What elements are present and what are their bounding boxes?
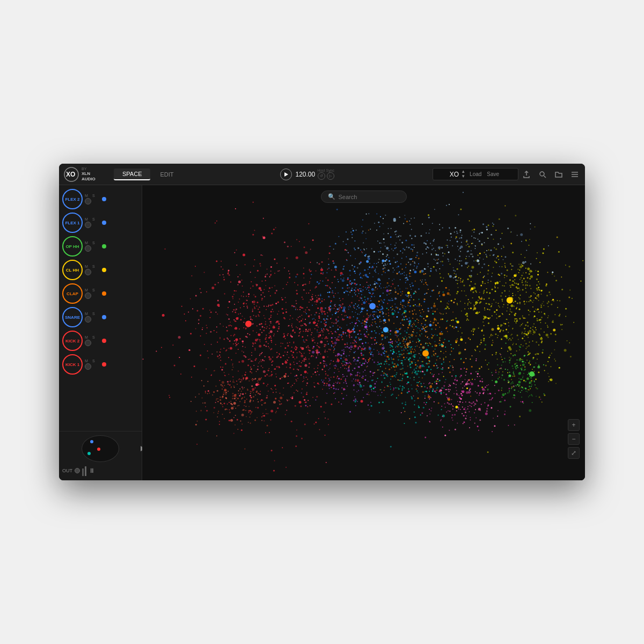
ms-row: M S bbox=[85, 359, 99, 363]
folder-icon[interactable] bbox=[553, 169, 565, 180]
mute-button[interactable]: M bbox=[85, 217, 91, 221]
solo-button[interactable]: S bbox=[92, 265, 99, 268]
logo-area: XO BY XLN AUDIO bbox=[63, 166, 112, 182]
vol-row bbox=[85, 269, 99, 275]
svg-line-4 bbox=[544, 175, 546, 178]
by-xln: BY XLN AUDIO bbox=[82, 167, 96, 182]
solo-button[interactable]: S bbox=[92, 359, 99, 363]
solo-button[interactable]: S bbox=[92, 241, 99, 245]
ms-row: M S bbox=[85, 194, 99, 197]
zoom-in-button[interactable]: + bbox=[568, 419, 580, 431]
channel-button[interactable]: KICK 1 bbox=[62, 354, 83, 375]
ms-row: M S bbox=[85, 241, 99, 245]
ms-row: M S bbox=[85, 265, 99, 268]
out-knob[interactable] bbox=[75, 468, 80, 473]
vol-row bbox=[85, 222, 99, 228]
preset-up[interactable]: ▲ bbox=[461, 170, 465, 174]
preset-arrows: ▲ ▼ bbox=[461, 170, 465, 179]
vu-bars bbox=[82, 465, 86, 476]
channel-controls: M S bbox=[85, 265, 99, 275]
mute-button[interactable]: M bbox=[85, 335, 91, 339]
channel-row: SNARE M S bbox=[59, 305, 142, 329]
load-button[interactable]: Load bbox=[467, 170, 484, 178]
svg-text:XO: XO bbox=[66, 171, 75, 178]
channel-dot bbox=[102, 197, 106, 201]
solo-button[interactable]: S bbox=[92, 194, 99, 197]
channel-dot bbox=[102, 221, 106, 225]
channel-row: FLEX 1 M S bbox=[59, 211, 142, 235]
tab-space[interactable]: SPACE bbox=[114, 169, 150, 180]
vol-knob[interactable] bbox=[85, 316, 91, 323]
channel-button[interactable]: SNARE bbox=[62, 307, 83, 327]
mute-button[interactable]: M bbox=[85, 265, 91, 268]
nav-tabs: SPACE EDIT bbox=[114, 169, 182, 180]
main-content: FLEX 2 M S FLEX 1 M S bbox=[59, 185, 585, 480]
xo-logo: XO bbox=[63, 166, 79, 182]
play-button[interactable] bbox=[280, 169, 292, 180]
solo-button[interactable]: S bbox=[92, 312, 99, 316]
mute-button[interactable]: M bbox=[85, 241, 91, 245]
channel-row: KICK 1 M S bbox=[59, 353, 142, 376]
channel-dot bbox=[102, 291, 106, 296]
channel-controls: M S bbox=[85, 288, 99, 299]
sync-play-icon[interactable]: ▷ bbox=[327, 172, 334, 180]
zoom-controls: + − ⤢ bbox=[568, 419, 580, 459]
channel-dot bbox=[102, 268, 106, 272]
solo-button[interactable]: S bbox=[92, 288, 99, 292]
channel-dot bbox=[102, 315, 106, 319]
search-icon[interactable] bbox=[537, 169, 548, 180]
mute-button[interactable]: M bbox=[85, 312, 91, 316]
channel-button[interactable]: CL HH bbox=[62, 260, 83, 280]
vol-knob[interactable] bbox=[85, 222, 91, 228]
preset-name: XO bbox=[450, 171, 459, 178]
particle-canvas bbox=[142, 185, 585, 480]
mute-button[interactable]: M bbox=[85, 359, 91, 363]
seq-dot-2 bbox=[97, 448, 100, 451]
app-window: XO BY XLN AUDIO SPACE EDIT 120.00 Host S… bbox=[59, 164, 585, 480]
vol-knob[interactable] bbox=[85, 245, 91, 252]
vol-knob[interactable] bbox=[85, 269, 91, 275]
save-button[interactable]: Save bbox=[485, 170, 501, 178]
bpm-display: 120.00 bbox=[295, 171, 315, 178]
mini-sequencer[interactable] bbox=[82, 435, 119, 462]
preset-down[interactable]: ▼ bbox=[461, 174, 465, 179]
vol-row bbox=[85, 245, 99, 252]
zoom-fit-button[interactable]: ⤢ bbox=[568, 447, 580, 459]
share-icon[interactable] bbox=[521, 169, 532, 180]
zoom-out-button[interactable]: − bbox=[568, 433, 580, 445]
ms-row: M S bbox=[85, 288, 99, 292]
seq-dot-3 bbox=[87, 452, 91, 455]
host-sync-icons: ↺ ▷ bbox=[318, 172, 334, 180]
search-bar-icon: 🔍 bbox=[328, 193, 335, 200]
tab-edit[interactable]: EDIT bbox=[151, 169, 182, 180]
solo-button[interactable]: S bbox=[92, 217, 99, 221]
vol-knob[interactable] bbox=[85, 292, 91, 299]
solo-button[interactable]: S bbox=[92, 335, 99, 339]
channel-button[interactable]: OP HH bbox=[62, 236, 83, 257]
channel-controls: M S bbox=[85, 194, 99, 204]
channel-controls: M S bbox=[85, 335, 99, 346]
search-input[interactable] bbox=[339, 194, 392, 200]
vu-bar-2 bbox=[85, 466, 86, 476]
channel-button[interactable]: FLEX 1 bbox=[62, 213, 83, 233]
channels-container: FLEX 2 M S FLEX 1 M S bbox=[59, 187, 142, 376]
channel-dot bbox=[102, 339, 106, 343]
channel-controls: M S bbox=[85, 359, 99, 370]
channel-button[interactable]: KICK 2 bbox=[62, 331, 83, 351]
vol-knob[interactable] bbox=[85, 340, 91, 346]
vol-knob[interactable] bbox=[85, 198, 91, 204]
channel-button[interactable]: CLAP bbox=[62, 283, 83, 304]
channel-dot bbox=[102, 362, 106, 367]
menu-icon[interactable] bbox=[569, 169, 581, 180]
master-section: OUT ⏸ bbox=[59, 431, 142, 478]
preset-area: XO ▲ ▼ Load Save bbox=[433, 168, 518, 180]
vol-row bbox=[85, 198, 99, 204]
channel-button[interactable]: FLEX 2 bbox=[62, 189, 83, 209]
mute-button[interactable]: M bbox=[85, 194, 91, 197]
mute-button[interactable]: M bbox=[85, 288, 91, 292]
pause-button[interactable]: ⏸ bbox=[89, 467, 95, 474]
vol-row bbox=[85, 340, 99, 346]
vol-knob[interactable] bbox=[85, 363, 91, 370]
space-canvas[interactable]: 🔍 + − ⤢ bbox=[142, 185, 585, 480]
sync-loop-icon[interactable]: ↺ bbox=[318, 172, 325, 180]
